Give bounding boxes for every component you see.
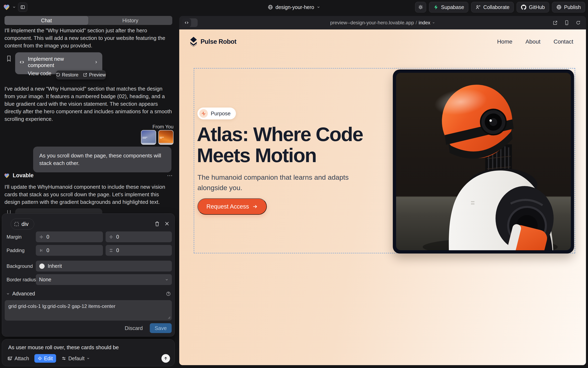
padding-x-input[interactable]: [47, 247, 100, 253]
advanced-label: Advanced: [12, 291, 35, 297]
preview-url-bar[interactable]: preview--design-your-hero.lovable.app / …: [330, 20, 435, 26]
send-button[interactable]: [161, 354, 170, 363]
pulse-robot-logo-icon: [190, 37, 198, 47]
workspace-chevron-down-icon[interactable]: [12, 5, 16, 9]
preview-button[interactable]: Preview: [83, 72, 106, 78]
padding-label: Padding: [7, 248, 25, 253]
save-button[interactable]: Save: [150, 323, 172, 333]
open-external-button[interactable]: [553, 20, 558, 25]
toggle-sidebar-button[interactable]: [18, 2, 28, 12]
site-nav: Home About Contact: [497, 38, 573, 45]
model-mode-selector[interactable]: Default: [61, 356, 90, 361]
close-inspector-button[interactable]: [164, 221, 170, 226]
background-field[interactable]: Inherit: [36, 261, 172, 272]
publish-globe-icon: [556, 4, 562, 10]
advanced-classes-textarea[interactable]: grid grid-cols-1 lg:grid-cols-2 gap-12 i…: [5, 300, 172, 321]
assistant-message-1: I'll implement the "Why Humanoid" sectio…: [4, 27, 171, 49]
attachment-thumbnail-blue[interactable]: [141, 130, 156, 145]
dashed-selection-icon: [15, 222, 19, 226]
assistant-message-2: I've added a new "Why Humanoid" section …: [4, 85, 172, 123]
chat-input[interactable]: As user mouse roll over, these cards sho…: [8, 344, 168, 351]
robot-image: [396, 73, 571, 250]
restore-button[interactable]: Restore: [56, 72, 79, 78]
sliders-icon: [61, 356, 66, 361]
settings-button[interactable]: [415, 2, 426, 12]
nav-link-contact[interactable]: Contact: [554, 38, 573, 45]
hero-robot-card: [393, 70, 574, 254]
border-radius-label: Border radius: [7, 277, 36, 283]
help-icon[interactable]: [166, 291, 171, 296]
purpose-badge: Purpose: [198, 108, 236, 120]
selected-element-pill[interactable]: div: [11, 219, 34, 230]
project-chevron-down-icon: [317, 5, 320, 9]
preview-toolbar: preview--design-your-hero.lovable.app / …: [179, 16, 586, 29]
user-message-bubble: As you scroll down the page, these compo…: [33, 147, 171, 172]
padding-x-field[interactable]: [36, 245, 103, 256]
padding-y-field[interactable]: [105, 245, 172, 256]
code-icon: [19, 59, 25, 65]
chevron-down-icon: [432, 21, 435, 24]
collaborate-button[interactable]: Collaborate: [471, 2, 514, 12]
restore-icon: [56, 73, 60, 77]
github-button[interactable]: GitHub: [517, 2, 549, 12]
attachment-thumbnails: [141, 130, 173, 145]
message-menu-button[interactable]: ⋯: [167, 172, 173, 179]
padding-y-input[interactable]: [116, 247, 169, 253]
code-preview-toggle[interactable]: [182, 18, 198, 27]
github-label: GitHub: [529, 4, 545, 10]
attach-button[interactable]: Attach: [7, 356, 29, 361]
chat-panel: Chat History I'll implement the "Why Hum…: [0, 14, 177, 368]
margin-y-field[interactable]: [105, 231, 172, 242]
purpose-badge-label: Purpose: [211, 110, 231, 117]
refresh-button[interactable]: [576, 20, 581, 25]
margin-y-input[interactable]: [116, 234, 169, 240]
supabase-label: Supabase: [441, 4, 464, 10]
chevron-down-icon: [165, 278, 169, 282]
chat-composer: As user mouse roll over, these cards sho…: [2, 339, 175, 366]
app-topbar: design-your-hero Supabase Collaborate: [0, 0, 588, 14]
gear-icon: [418, 4, 423, 10]
margin-x-field[interactable]: [36, 231, 103, 242]
delete-element-button[interactable]: [154, 221, 160, 227]
border-radius-value: None: [39, 277, 51, 283]
chat-history-tabs: Chat History: [4, 16, 172, 25]
sidebar-panel-icon: [20, 5, 25, 9]
lovable-heart-logo[interactable]: [3, 3, 10, 11]
publish-label: Publish: [564, 4, 581, 10]
margin-x-input[interactable]: [47, 234, 100, 240]
nav-link-about[interactable]: About: [525, 38, 540, 45]
lovable-heart-icon: [4, 173, 10, 179]
project-globe-icon: [268, 4, 273, 10]
arrow-right-icon: [252, 204, 258, 209]
tab-chat[interactable]: Chat: [4, 16, 88, 25]
site-preview: Pulse Robot Home About Contact Purpose A…: [179, 29, 586, 365]
attachment-thumbnail-orange[interactable]: [158, 130, 173, 145]
chevron-right-icon: [94, 60, 98, 64]
chevron-down-icon: [6, 292, 10, 296]
site-brand[interactable]: Pulse Robot: [190, 37, 236, 47]
bookmark-icon[interactable]: [6, 55, 12, 62]
publish-button[interactable]: Publish: [552, 2, 585, 12]
chevron-down-icon: [86, 357, 90, 360]
mobile-view-button[interactable]: [564, 20, 569, 25]
nav-link-home[interactable]: Home: [497, 38, 512, 45]
border-radius-select[interactable]: None: [36, 274, 172, 285]
supabase-button[interactable]: Supabase: [429, 2, 468, 12]
target-icon: [38, 356, 42, 361]
tab-history[interactable]: History: [88, 16, 172, 25]
component-card-title: Implement new component: [28, 56, 91, 68]
discard-button[interactable]: Discard: [125, 325, 143, 331]
advanced-section-toggle[interactable]: Advanced: [6, 291, 171, 297]
github-icon: [521, 4, 526, 10]
request-access-button[interactable]: Request Access: [198, 198, 267, 215]
hero-description: The humanoid companion that learns and a…: [198, 172, 349, 193]
edit-mode-button[interactable]: Edit: [34, 354, 56, 363]
project-name: design-your-hero: [275, 4, 314, 10]
resize-handle[interactable]: [167, 316, 171, 319]
collaborate-label: Collaborate: [483, 4, 509, 10]
transparency-swatch-icon: [39, 263, 45, 269]
pulse-activity-icon: [201, 111, 206, 116]
project-switcher[interactable]: design-your-hero: [268, 4, 320, 10]
url-separator: /: [416, 20, 417, 26]
margin-y-icon: [109, 235, 113, 239]
